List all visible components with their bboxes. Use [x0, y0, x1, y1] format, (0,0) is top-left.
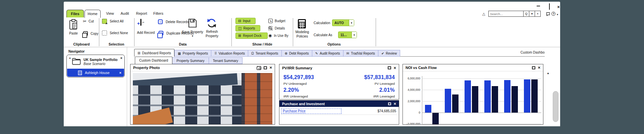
group-separator	[99, 18, 99, 46]
tab-tenant-reports[interactable]: ΩTenant Reports	[248, 50, 281, 57]
chart-gridline	[422, 101, 541, 102]
menu-tab-audit[interactable]: Audit	[117, 10, 132, 17]
panel-close-icon[interactable]: ×	[393, 66, 396, 70]
input-toggle[interactable]: ⊟ Input	[235, 18, 256, 24]
details-button[interactable]: Details	[268, 26, 285, 30]
maximize-icon[interactable]	[388, 66, 391, 69]
property-close-icon[interactable]: ×	[119, 71, 121, 75]
search-input[interactable]	[489, 11, 523, 16]
details-label: Details	[275, 26, 285, 30]
photo-brick-wall	[241, 73, 272, 124]
irr-unleveraged-value: 2.20%	[283, 87, 299, 93]
chart-bar-cash-flow	[472, 86, 478, 113]
tab-audit-reports[interactable]: ✎Audit Reports	[312, 50, 343, 57]
noi-chart: 6,000,0004,000,0002,000,0000-2,000,000	[403, 71, 543, 124]
scroll-up-icon[interactable]: ▲	[547, 72, 549, 75]
subtab-label: Tenant Summary	[213, 59, 238, 63]
panel-close-icon[interactable]: ×	[393, 102, 396, 106]
subtab-label: Custom Dashboard	[139, 59, 168, 62]
modeling-policies-button[interactable]	[297, 18, 307, 29]
maximize-icon[interactable]	[388, 103, 391, 105]
portfolio-close-icon[interactable]: ×	[120, 56, 122, 60]
dashboard-selector[interactable]: Custom Dashboard	[510, 51, 549, 54]
menu-tab-view[interactable]: View	[103, 10, 117, 17]
search-caret-icon[interactable]: ▾	[529, 11, 535, 16]
subtab-label: Property Summary	[176, 59, 204, 63]
details-icon	[268, 26, 273, 30]
maximize-icon[interactable]	[532, 66, 535, 69]
pv-irr-panel: PV/IRR Summary × $54,297,893 PV Unlevera…	[279, 64, 399, 99]
maximize-icon[interactable]	[264, 66, 267, 69]
paste-button[interactable]	[69, 19, 78, 30]
tab-debt-reports[interactable]: ⊗Debt Reports	[282, 50, 312, 57]
refresh-property-button[interactable]	[207, 18, 217, 28]
search-icon[interactable]: Q	[523, 11, 529, 16]
tab-tradval-reports[interactable]: ✉TradVal Reports	[343, 50, 378, 57]
subtab-custom-dashboard[interactable]: Custom Dashboard	[135, 57, 172, 64]
tab-dashboard-reports[interactable]: ⊞Dashboard Reports	[134, 49, 174, 57]
select-all-button[interactable]: ➤ Select All	[102, 19, 123, 24]
chart-bar-cash-flow	[512, 86, 518, 113]
help-icon[interactable]: ?	[551, 12, 555, 16]
panel-close-icon[interactable]: ×	[538, 66, 540, 69]
building-tab-icon: ▦	[178, 52, 181, 55]
budget-button[interactable]: ↘ Budget	[268, 19, 285, 23]
search-clear-icon[interactable]: ×	[535, 11, 540, 16]
portfolio-node[interactable]: ▲ UK Sample Portfolio Base Scenario × As…	[66, 55, 125, 77]
restore-icon	[549, 3, 550, 10]
property-node-selected[interactable]: Ashleigh House ×	[67, 69, 124, 77]
vertical-scrollbar-thumb[interactable]	[553, 91, 558, 122]
tab-property-reports[interactable]: ▦Property Reports	[174, 50, 211, 57]
menu-tab-filters[interactable]: Filters	[150, 10, 166, 17]
select-all-label: Select All	[110, 19, 123, 23]
menu-tab-home[interactable]: Home	[85, 10, 101, 18]
menu-tab-files[interactable]: Files	[66, 10, 84, 17]
save-property-caret[interactable]: ▼	[180, 35, 205, 37]
slideshow-icon[interactable]	[257, 66, 261, 70]
copy-icon: ≡	[83, 31, 88, 36]
irr-leveraged-value: 2.01%	[379, 87, 395, 93]
report-dock-toggle[interactable]: ⊞ Report Dock	[235, 32, 268, 39]
irr-leveraged-label: IRR Leveraged	[373, 94, 395, 98]
navigator-panel: Navigator ▲ UK Sample Portfolio Base Sce…	[64, 47, 127, 126]
tab-valuation-reports[interactable]: ⠿Valuation Reports	[211, 50, 248, 57]
collapse-caret-icon[interactable]: ▲	[69, 57, 71, 59]
tab-review[interactable]: ✔Review	[378, 50, 400, 57]
folder-icon	[72, 57, 81, 65]
reports-toggle[interactable]: ◫ Reports	[235, 25, 260, 31]
menu-tab-report[interactable]: Report	[133, 10, 150, 17]
panel-title: PV/IRR Summary	[282, 66, 312, 70]
purchase-price-value: $74,685,035	[377, 109, 396, 113]
property-name: Ashleigh House	[85, 71, 110, 75]
select-none-button[interactable]: Select None	[102, 30, 128, 36]
delete-records-label: Delete Records	[166, 20, 189, 24]
minimize-button[interactable]	[536, 4, 541, 8]
restore-button[interactable]	[547, 4, 552, 8]
select-none-label: Select None	[110, 31, 128, 35]
close-button[interactable]: ×	[556, 4, 561, 8]
in-use-by-button[interactable]: ◉ In Use By	[268, 34, 288, 38]
save-property-label: Save Property	[180, 30, 205, 34]
copy-button[interactable]: ≡ Copy	[83, 31, 98, 36]
group-separator	[293, 18, 293, 46]
cut-button[interactable]: ✂ Cut	[83, 19, 94, 24]
close-icon: ×	[557, 4, 560, 9]
save-property-icon	[188, 18, 197, 28]
chart-bar-noi	[465, 80, 471, 113]
panel-close-icon[interactable]: ×	[269, 66, 272, 69]
feedback-icon[interactable]	[546, 12, 550, 16]
purchase-price-link[interactable]: Purchase Price	[283, 109, 306, 113]
delete-records-button[interactable]: – Delete Records	[158, 19, 189, 24]
chart-bar-cash-flow	[492, 86, 498, 113]
tab-label: Tenant Reports	[256, 52, 278, 55]
calculation-dropdown[interactable]: AUTO ▼	[332, 19, 354, 26]
add-record-button[interactable]: – +	[140, 19, 142, 25]
save-property-button[interactable]	[188, 18, 197, 28]
subtab-property-summary[interactable]: Property Summary	[172, 57, 209, 64]
calculate-as-dropdown[interactable]: 11... ▼	[338, 31, 357, 38]
purchase-price-cell[interactable]: Purchase Price	[281, 109, 341, 114]
cloud-sync-icon[interactable]: △	[482, 12, 485, 16]
more-caret-icon[interactable]: ▾	[557, 13, 558, 17]
chart-gridline	[422, 124, 541, 124]
subtab-tenant-summary[interactable]: Tenant Summary	[209, 57, 243, 64]
